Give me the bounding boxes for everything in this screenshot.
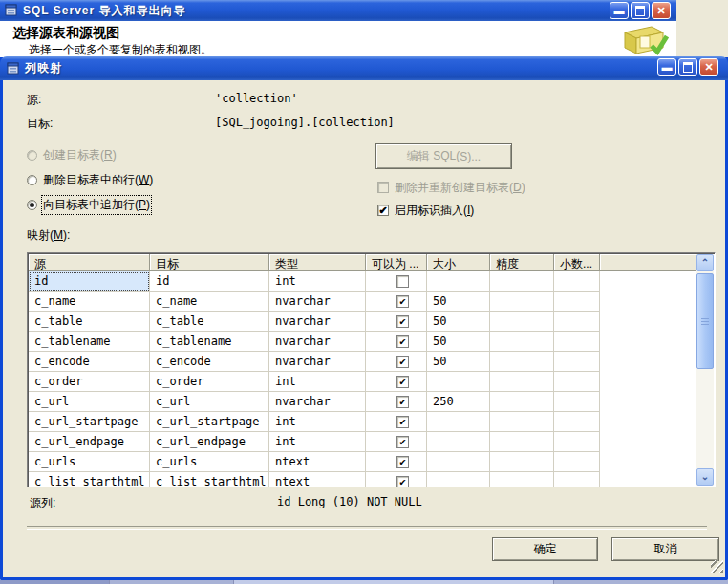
wizard-titlebar[interactable]: SQL Server 导入和导出向导 ▬ ✕ (0, 0, 676, 21)
grid-header-6[interactable]: 小数... (554, 254, 600, 271)
nullable-checkbox-icon[interactable]: ✔ (396, 476, 409, 487)
grid-cell[interactable]: c_table (29, 312, 150, 332)
nullable-checkbox-icon[interactable]: ✔ (396, 315, 409, 328)
nullable-checkbox-icon[interactable]: ✔ (396, 335, 409, 348)
nullable-checkbox-icon[interactable] (396, 275, 409, 288)
grid-header-5[interactable]: 精度 (490, 254, 554, 271)
grid-cell[interactable]: c_order (29, 372, 150, 392)
grid-cell[interactable] (554, 271, 600, 292)
grid-cell[interactable] (427, 452, 490, 472)
grid-cell[interactable]: c_tablename (29, 332, 150, 352)
grid-cell[interactable]: 50 (427, 352, 490, 372)
grid-cell[interactable] (490, 432, 554, 452)
grid-cell[interactable] (490, 312, 554, 332)
grid-cell[interactable]: c_url_endpage (29, 432, 150, 452)
grid-cell[interactable]: nvarchar (269, 392, 366, 412)
grid-cell[interactable]: c_url_startpage (150, 412, 269, 432)
grid-cell[interactable] (427, 271, 490, 292)
grid-cell[interactable]: int (269, 372, 366, 392)
grid-cell-nullable[interactable] (366, 271, 427, 292)
grid-cell-nullable[interactable]: ✔ (366, 412, 427, 432)
grid-cell[interactable] (490, 392, 554, 412)
nullable-checkbox-icon[interactable]: ✔ (396, 456, 409, 468)
nullable-checkbox-icon[interactable]: ✔ (396, 356, 409, 368)
checkbox-icon[interactable]: ✔ (377, 205, 389, 216)
grid-cell-nullable[interactable]: ✔ (366, 332, 427, 352)
nullable-checkbox-icon[interactable]: ✔ (396, 436, 409, 448)
taskbar-segment[interactable] (554, 580, 728, 584)
taskbar-segment[interactable] (0, 580, 110, 584)
nullable-checkbox-icon[interactable]: ✔ (396, 295, 409, 308)
grid-cell[interactable]: id (29, 271, 150, 292)
grid-cell[interactable]: c_urls (150, 452, 269, 472)
grid-cell[interactable]: id (150, 271, 269, 292)
grid-cell-nullable[interactable]: ✔ (366, 312, 427, 332)
nullable-checkbox-icon[interactable]: ✔ (396, 396, 409, 408)
grid-cell[interactable]: 50 (427, 312, 490, 332)
grid-cell[interactable] (427, 372, 490, 392)
grid-cell-nullable[interactable]: ✔ (366, 372, 427, 392)
grid-cell-nullable[interactable]: ✔ (366, 452, 427, 472)
grid-cell[interactable]: c_order (150, 372, 269, 392)
grid-cell[interactable]: int (269, 271, 366, 292)
grid-cell[interactable]: c_encode (150, 352, 269, 372)
grid-cell[interactable]: int (269, 412, 366, 432)
radio-option-2[interactable]: 向目标表中追加行(P) (27, 197, 150, 212)
grid-cell[interactable] (490, 452, 554, 472)
grid-cell[interactable] (554, 452, 600, 472)
grid-cell[interactable]: c_tablename (150, 332, 269, 352)
edit-sql-button[interactable]: 编辑 SQL(S)... (375, 143, 512, 169)
grid-cell[interactable] (554, 432, 600, 452)
grid-cell[interactable] (490, 372, 554, 392)
grid-cell[interactable]: ntext (269, 472, 366, 487)
grid-cell[interactable] (427, 472, 490, 487)
grid-cell[interactable] (490, 412, 554, 432)
grid-cell[interactable] (490, 332, 554, 352)
grid-cell[interactable] (554, 312, 600, 332)
grid-header-3[interactable]: 可以为 ... (366, 254, 427, 271)
wizard-close-button[interactable]: ✕ (652, 2, 671, 19)
grid-cell[interactable]: 250 (427, 392, 490, 412)
nullable-checkbox-icon[interactable]: ✔ (396, 416, 409, 428)
grid-cell[interactable] (554, 292, 600, 312)
grid-header-4[interactable]: 大小 (427, 254, 490, 271)
grid-cell[interactable]: c_urls (29, 452, 150, 472)
grid-cell[interactable] (490, 352, 554, 372)
grid-cell[interactable]: c_table (150, 312, 269, 332)
grid-cell[interactable]: c_name (150, 292, 269, 312)
dialog-minimize-button[interactable]: ▬ (657, 58, 676, 76)
grid-cell-nullable[interactable]: ✔ (366, 292, 427, 312)
wizard-minimize-button[interactable]: ▬ (610, 2, 629, 19)
grid-header-1[interactable]: 目标 (150, 254, 269, 271)
dialog-close-button[interactable]: ✕ (699, 58, 718, 76)
grid-header-0[interactable]: 源 (29, 254, 150, 271)
grid-cell[interactable]: int (269, 432, 366, 452)
grid-cell[interactable]: c_url_endpage (150, 432, 269, 452)
grid-cell-nullable[interactable]: ✔ (366, 432, 427, 452)
grid-cell[interactable]: c_list_starthtml (29, 472, 150, 487)
grid-cell[interactable]: c_url_startpage (29, 412, 150, 432)
grid-cell[interactable]: 50 (427, 292, 490, 312)
taskbar-segment[interactable] (110, 580, 234, 584)
grid-cell[interactable] (554, 332, 600, 352)
grid-cell[interactable]: ntext (269, 452, 366, 472)
grid-cell[interactable]: c_url (150, 392, 269, 412)
grid-cell-nullable[interactable]: ✔ (366, 472, 427, 487)
wizard-maximize-button[interactable] (631, 2, 650, 19)
grid-cell[interactable] (490, 472, 554, 487)
grid-cell[interactable] (490, 292, 554, 312)
grid-cell[interactable]: nvarchar (269, 352, 366, 372)
grid-cell[interactable] (554, 352, 600, 372)
grid-cell[interactable] (554, 372, 600, 392)
grid-cell[interactable]: c_name (29, 292, 150, 312)
grid-cell[interactable]: nvarchar (269, 292, 366, 312)
dialog-titlebar[interactable]: 列映射 ▬ ✕ (0, 56, 728, 80)
radio-icon[interactable] (27, 200, 37, 210)
grid-cell[interactable]: nvarchar (269, 312, 366, 332)
grid-cell-nullable[interactable]: ✔ (366, 352, 427, 372)
grid-cell[interactable]: c_list_starthtml (150, 472, 269, 487)
grid-cell[interactable] (490, 271, 554, 292)
taskbar-segment[interactable] (234, 580, 554, 584)
ok-button[interactable]: 确定 (492, 537, 598, 561)
grid-cell[interactable] (554, 472, 600, 487)
